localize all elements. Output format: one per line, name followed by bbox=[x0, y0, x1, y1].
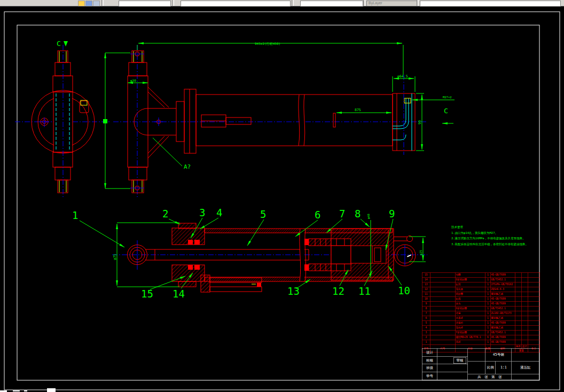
bom-item-code bbox=[430, 316, 456, 321]
bom-item-remark bbox=[528, 335, 540, 340]
callout-8: 8 bbox=[355, 208, 361, 219]
bom-row: 9 接头 1 45-GB/T699 bbox=[422, 302, 540, 307]
callout-12: 12 bbox=[332, 285, 344, 297]
bom-item-qty: 1 bbox=[485, 321, 491, 326]
bom-item-material: ZQSn6-6-3 bbox=[491, 287, 515, 292]
tech-note-line: 1.油口为φ14孔，接头螺纹为M27。 bbox=[451, 230, 528, 236]
bom-item-qty: 1 bbox=[485, 316, 491, 321]
titleblock-drawing-title: 液压缸 bbox=[512, 362, 539, 374]
bom-item-remark bbox=[528, 302, 540, 307]
bom-row: 11 密封圈 1 聚四氟乙烯 bbox=[422, 292, 540, 297]
toolbar: ByLayer bbox=[0, 0, 564, 6]
bom-item-unit-weight bbox=[515, 335, 522, 340]
bom-item-name: 缸底 bbox=[456, 297, 485, 302]
top-view: A? bbox=[113, 45, 427, 199]
bom-item-unit-weight bbox=[515, 283, 522, 287]
bom-item-code bbox=[430, 283, 456, 287]
section-marker-label: A? bbox=[184, 163, 191, 170]
bom-row: 7 活塞 1 ZL102-GB/T1173 bbox=[422, 311, 540, 316]
bom-row: 4 导向环 1 聚四氟乙烯 bbox=[422, 326, 540, 331]
toolbar-field-3[interactable] bbox=[300, 1, 363, 6]
layer-combobox[interactable]: ByLayer bbox=[366, 1, 417, 6]
bom-item-code bbox=[430, 307, 456, 311]
bom-item-material: 45-GB/T699 bbox=[491, 302, 515, 307]
bom-item-name: 导向套 bbox=[456, 287, 485, 292]
bom-item-remark bbox=[528, 331, 540, 335]
bom-item-no: 5 bbox=[422, 321, 430, 326]
callout-11: 11 bbox=[358, 285, 371, 297]
bom-item-material: 45-GB/T699 bbox=[491, 273, 515, 278]
bom-item-qty: 2 bbox=[485, 331, 491, 335]
bom-item-total-weight bbox=[522, 292, 528, 297]
bom-item-qty: 1 bbox=[485, 297, 491, 302]
cad-application: ByLayer bbox=[0, 0, 564, 392]
bom-row: 15 挡圈 1 45-GB/T699 bbox=[422, 273, 540, 278]
titleblock-row: 班级 bbox=[422, 364, 468, 372]
bom-item-material: 45-GB/T699 bbox=[491, 297, 515, 302]
end-view: C bbox=[15, 40, 111, 199]
bom-item-total-weight bbox=[522, 326, 528, 331]
bom-item-material: 聚四氟乙烯 bbox=[491, 316, 515, 321]
bom-item-remark bbox=[528, 316, 540, 321]
bom-item-material: 45-GB/T699 bbox=[491, 340, 515, 345]
toolbar-separator bbox=[417, 0, 419, 6]
bom-item-code bbox=[430, 287, 456, 292]
dim-eye-dia: φ75 bbox=[113, 254, 117, 260]
bom-item-name: 接头 bbox=[456, 302, 485, 307]
tech-notes-title: 技术要求 bbox=[451, 224, 528, 230]
bom-item-qty: 1 bbox=[485, 311, 491, 316]
dim-port-distance: 875 bbox=[355, 108, 361, 112]
bom-item-name: 螺钉M8×25 GB/T70.1 bbox=[456, 335, 485, 340]
toolbar-icon-1[interactable] bbox=[78, 1, 85, 6]
bom-item-unit-weight bbox=[515, 316, 522, 321]
bom-item-name: 密封圈 bbox=[456, 292, 485, 297]
bom-item-material: 45-GB/T699 bbox=[491, 335, 515, 340]
callout-15: 15 bbox=[141, 288, 153, 300]
dim-trunnion-dia: φ30 bbox=[130, 79, 136, 83]
bom-item-qty: 1 bbox=[485, 302, 491, 307]
bom-item-code bbox=[430, 321, 456, 326]
bom-item-qty: 1 bbox=[485, 326, 491, 331]
callout-1: 1 bbox=[72, 209, 78, 221]
callout-9: 9 bbox=[389, 208, 395, 219]
toolbar-field-1[interactable] bbox=[119, 1, 171, 6]
bom-item-no: 6 bbox=[422, 316, 430, 321]
bom-item-qty: 1 bbox=[485, 283, 491, 287]
bom-item-total-weight bbox=[522, 278, 528, 283]
bom-item-total-weight bbox=[522, 335, 528, 340]
top-view-dimensions bbox=[104, 43, 455, 189]
bom-item-unit-weight bbox=[515, 292, 522, 297]
bom-item-unit-weight bbox=[515, 321, 522, 326]
bom-item-total-weight bbox=[522, 302, 528, 307]
bom-item-code bbox=[430, 335, 456, 340]
bom-item-qty: 1 bbox=[485, 287, 491, 292]
bom-item-total-weight bbox=[522, 297, 528, 302]
bom-item-code bbox=[430, 292, 456, 297]
titleblock-scale: 1:1 bbox=[496, 362, 512, 374]
bom-item-remark bbox=[528, 283, 540, 287]
bom-item-total-weight bbox=[522, 331, 528, 335]
title-block: 设计 校核 审核 班级 学号 45号钢 bbox=[422, 348, 539, 380]
bom-item-total-weight bbox=[522, 283, 528, 287]
tech-note-line: 3.装配后各运动件应灵活平稳，各密封处不得有渗油现象。 bbox=[451, 241, 528, 247]
bom-item-material: GB/T3452.1 bbox=[491, 278, 515, 283]
bom-item-qty: 6 bbox=[485, 335, 491, 340]
toolbar-separator bbox=[292, 0, 294, 6]
bom-item-no: 9 bbox=[422, 302, 430, 307]
toolbar-field-4[interactable] bbox=[420, 1, 561, 6]
bom-item-name: 缸筒 bbox=[456, 283, 485, 287]
toolbar-icon-2[interactable] bbox=[85, 1, 92, 6]
bom-row: 5 活塞杆 1 45-GB/T699 bbox=[422, 321, 540, 326]
bom-item-remark bbox=[528, 292, 540, 297]
bom-item-qty: 1 bbox=[485, 292, 491, 297]
bom-item-code bbox=[430, 278, 456, 283]
toolbar-field-2[interactable] bbox=[181, 1, 291, 6]
bom-item-material: ZL102-GB/T1173 bbox=[491, 311, 515, 316]
direction-marker-label: C bbox=[444, 107, 448, 115]
toolbar-icon-3[interactable] bbox=[93, 1, 100, 6]
bom-item-name: 耳环 bbox=[456, 340, 485, 345]
bom-item-no: 14 bbox=[422, 278, 430, 283]
section-view bbox=[112, 223, 427, 292]
bom-item-no: 11 bbox=[422, 292, 430, 297]
bom-item-total-weight bbox=[522, 287, 528, 292]
